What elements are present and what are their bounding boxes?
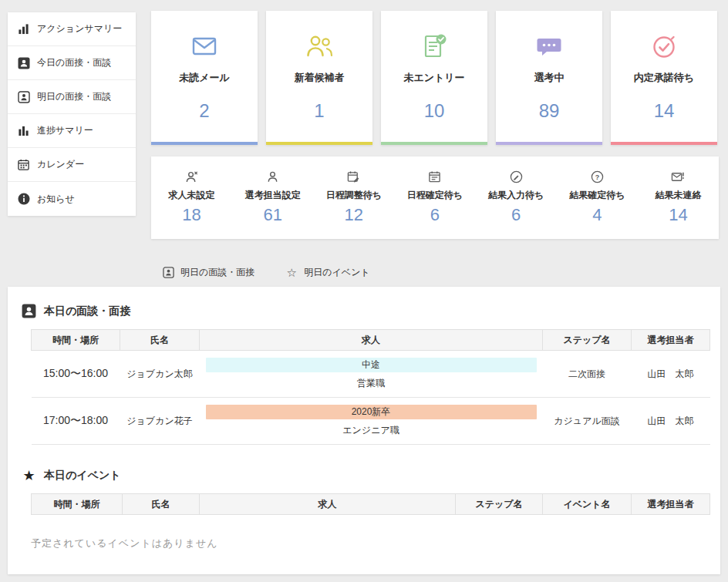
star-icon: ★ bbox=[22, 468, 36, 483]
today-interviews-header: 本日の面談・面接 bbox=[22, 304, 720, 318]
events-empty-message: 予定されているイベントはありません bbox=[31, 537, 720, 550]
info-icon bbox=[17, 193, 30, 206]
status-item-schedule-adjust[interactable]: 日程調整待ち 12 bbox=[313, 156, 394, 239]
manager-cell: 山田 太郎 bbox=[632, 398, 710, 445]
status-value: 14 bbox=[669, 205, 687, 225]
status-item-result-confirm[interactable]: ? 結果確定待ち 4 bbox=[557, 156, 638, 239]
people-icon bbox=[304, 31, 335, 62]
section-title: 本日の面談・面接 bbox=[44, 304, 130, 318]
card-label: 新着候補者 bbox=[295, 71, 345, 85]
time-cell: 17:00〜18:00 bbox=[32, 398, 120, 445]
column-header: 求人 bbox=[200, 330, 543, 351]
job-cell: 中途 営業職 bbox=[200, 351, 543, 398]
interview-row[interactable]: 15:00〜16:00 ジョブカン太郎 中途 営業職 二次面接 山田 太郎 bbox=[32, 351, 710, 398]
column-header: 選考担当者 bbox=[632, 330, 710, 351]
job-category-tag: 中途 bbox=[206, 358, 537, 372]
card-accent-bar bbox=[611, 142, 717, 145]
card-value: 89 bbox=[539, 100, 560, 122]
card-accent-bar bbox=[381, 142, 487, 145]
sidebar-item-label: カレンダー bbox=[37, 158, 84, 171]
sidebar-nav: アクションサマリー 今日の面接・面談 明日の面接・面談 進捗サマリー カレンダー bbox=[8, 12, 136, 216]
job-title: 営業職 bbox=[200, 377, 543, 390]
calendar-lines-icon bbox=[428, 170, 441, 183]
person-x-icon bbox=[185, 170, 198, 183]
person-badge-icon bbox=[22, 304, 36, 318]
status-label: 日程確定待ち bbox=[407, 189, 463, 202]
name-cell: ジョブカン花子 bbox=[120, 398, 200, 445]
status-label: 結果入力待ち bbox=[488, 189, 544, 202]
chat-bubble-icon bbox=[534, 31, 564, 62]
card-accent-bar bbox=[151, 142, 258, 145]
status-value: 61 bbox=[263, 205, 281, 225]
interviews-table: 時間・場所 氏名 求人 ステップ名 選考担当者 15:00〜16:00 ジョブカ… bbox=[31, 329, 710, 445]
sidebar-item-today-interviews[interactable]: 今日の面接・面談 bbox=[8, 46, 136, 80]
status-item-manager-setting[interactable]: 選考担当設定 61 bbox=[232, 156, 313, 239]
status-value: 12 bbox=[345, 205, 363, 225]
sidebar-item-notifications[interactable]: お知らせ bbox=[8, 182, 136, 216]
column-header: ステップ名 bbox=[543, 330, 632, 351]
name-cell: ジョブカン太郎 bbox=[120, 351, 200, 398]
sidebar-item-label: 今日の面接・面談 bbox=[37, 56, 111, 69]
person-outline-icon bbox=[17, 90, 30, 103]
column-header: 選考担当者 bbox=[632, 494, 710, 515]
card-label: 選考中 bbox=[534, 71, 565, 85]
sidebar-item-label: 進捗サマリー bbox=[37, 124, 93, 137]
card-value: 1 bbox=[314, 100, 324, 122]
card-value: 2 bbox=[199, 100, 209, 122]
status-item-result-input[interactable]: 結果入力待ち 6 bbox=[476, 156, 557, 239]
status-label: 求人未設定 bbox=[169, 189, 215, 202]
column-header: 時間・場所 bbox=[32, 494, 123, 515]
sidebar-item-progress-summary[interactable]: 進捗サマリー bbox=[8, 114, 136, 148]
summary-card-offer-pending[interactable]: 内定承諾待ち 14 bbox=[611, 11, 717, 145]
card-value: 10 bbox=[424, 100, 445, 122]
person-outline-icon bbox=[162, 267, 174, 279]
status-item-result-uncontacted[interactable]: 結果未連絡 14 bbox=[638, 156, 719, 239]
status-summary-card: 求人未設定 18 選考担当設定 61 日程調整待ち 12 日程確定待ち 6 bbox=[151, 156, 719, 239]
column-header: ステップ名 bbox=[456, 494, 543, 515]
card-accent-bar bbox=[266, 142, 372, 145]
status-label: 日程調整待ち bbox=[326, 189, 382, 202]
clock-check-icon bbox=[649, 31, 679, 62]
job-cell: 2020新卒 エンジニア職 bbox=[200, 398, 543, 445]
tab-label: 明日の面談・面接 bbox=[180, 266, 254, 279]
status-value: 18 bbox=[182, 205, 201, 225]
summary-card-new-candidates[interactable]: 新着候補者 1 bbox=[266, 11, 372, 145]
step-cell: 二次面接 bbox=[543, 351, 632, 398]
sidebar-item-action-summary[interactable]: アクションサマリー bbox=[8, 12, 136, 46]
document-check-icon bbox=[420, 31, 449, 62]
table-header-row: 時間・場所 氏名 求人 ステップ名 イベント名 選考担当者 bbox=[32, 494, 710, 515]
table-header-row: 時間・場所 氏名 求人 ステップ名 選考担当者 bbox=[32, 330, 710, 351]
sidebar-item-label: お知らせ bbox=[37, 193, 75, 206]
card-label: 未読メール bbox=[179, 71, 230, 85]
status-label: 結果未連絡 bbox=[655, 189, 701, 202]
tab-tomorrow-events[interactable]: ☆ 明日のイベント bbox=[285, 266, 369, 279]
sidebar-item-calendar[interactable]: カレンダー bbox=[8, 148, 136, 182]
tab-tomorrow-interviews[interactable]: 明日の面談・面接 bbox=[162, 266, 254, 279]
summary-card-in-selection[interactable]: 選考中 89 bbox=[496, 11, 602, 145]
card-accent-bar bbox=[496, 142, 602, 145]
person-badge-icon bbox=[17, 56, 30, 69]
sidebar-item-tomorrow-interviews[interactable]: 明日の面接・面談 bbox=[8, 80, 136, 114]
person-icon bbox=[266, 170, 279, 183]
calendar-edit-icon bbox=[347, 170, 360, 183]
question-circle-icon: ? bbox=[591, 170, 604, 183]
job-title: エンジニア職 bbox=[200, 424, 543, 437]
sidebar-item-label: アクションサマリー bbox=[37, 22, 122, 35]
bar-chart-icon bbox=[17, 22, 30, 35]
status-item-job-not-set[interactable]: 求人未設定 18 bbox=[151, 156, 232, 239]
summary-card-unread-mail[interactable]: 未読メール 2 bbox=[151, 11, 258, 145]
interview-row[interactable]: 17:00〜18:00 ジョブカン花子 2020新卒 エンジニア職 カジュアル面… bbox=[32, 398, 710, 445]
mail-alert-icon bbox=[671, 170, 685, 183]
star-outline-icon: ☆ bbox=[285, 267, 298, 279]
status-item-schedule-confirm[interactable]: 日程確定待ち 6 bbox=[394, 156, 475, 239]
status-value: 6 bbox=[511, 205, 521, 225]
summary-card-not-entered[interactable]: 未エントリー 10 bbox=[381, 11, 487, 145]
events-table: 時間・場所 氏名 求人 ステップ名 イベント名 選考担当者 bbox=[31, 493, 710, 515]
calendar-icon bbox=[17, 158, 30, 171]
today-panel: 本日の面談・面接 時間・場所 氏名 求人 ステップ名 選考担当者 15:00〜1… bbox=[8, 287, 720, 574]
section-title: 本日のイベント bbox=[44, 469, 121, 483]
time-cell: 15:00〜16:00 bbox=[32, 351, 120, 398]
svg-text:?: ? bbox=[595, 173, 599, 180]
status-value: 6 bbox=[430, 205, 440, 225]
status-value: 4 bbox=[592, 205, 602, 225]
